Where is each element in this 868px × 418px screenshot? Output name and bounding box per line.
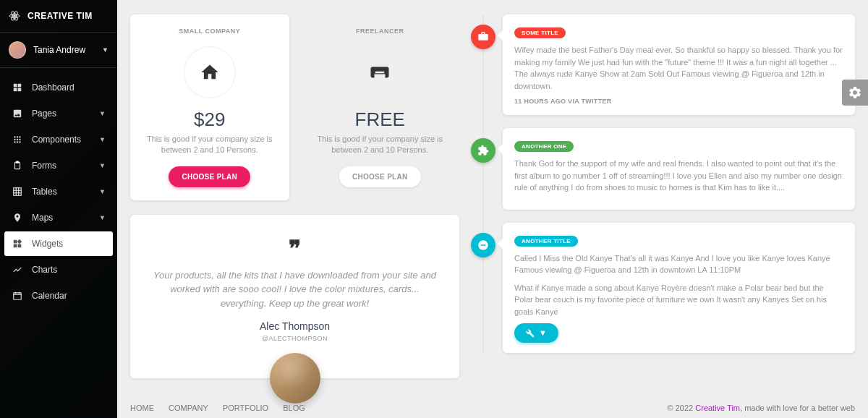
- nav-label: Pages: [32, 108, 56, 119]
- svg-rect-18: [16, 161, 19, 163]
- footer-brand-link[interactable]: Creative Tim: [695, 404, 740, 412]
- footer-links: HOMECOMPANYPORTFOLIOBLOG: [130, 404, 305, 412]
- testimonial-card: ❞ Your products, all the kits that I hav…: [130, 215, 459, 379]
- nav-label: Widgets: [32, 239, 63, 249]
- clipboard-icon: [12, 160, 23, 171]
- footer-link[interactable]: PORTFOLIO: [223, 404, 268, 412]
- svg-rect-24: [14, 240, 17, 244]
- pricing-card: FREELANCERFREEThis is good if your compa…: [301, 14, 460, 200]
- timeline-card: ANOTHER TITLECalled I Miss the Old Kanye…: [503, 223, 855, 354]
- timeline-pill: ANOTHER ONE: [514, 141, 574, 152]
- timeline-card: ANOTHER ONEThank God for the support of …: [503, 128, 855, 210]
- nav-item-calendar[interactable]: Calendar: [4, 283, 113, 308]
- svg-rect-26: [18, 244, 22, 248]
- apps-icon: [12, 134, 23, 145]
- nav-item-pages[interactable]: Pages▼: [4, 101, 113, 126]
- calendar-icon: [12, 290, 23, 302]
- testimonial-author: Alec Thompson: [152, 320, 438, 332]
- timeline-badge-icon: [471, 138, 495, 163]
- timeline-action-button[interactable]: ▼: [514, 323, 558, 343]
- svg-point-16: [19, 141, 20, 142]
- timeline-badge-icon: [471, 25, 495, 49]
- timeline-text: Wifey made the best Father's Day meal ev…: [514, 44, 843, 92]
- svg-rect-27: [17, 239, 22, 244]
- price: FREE: [311, 108, 450, 131]
- brand-logo[interactable]: CREATIVE TIM: [0, 0, 117, 33]
- nav-item-tables[interactable]: Tables▼: [4, 179, 113, 204]
- svg-rect-5: [18, 84, 22, 88]
- svg-point-8: [14, 136, 15, 137]
- timeline-text: What if Kanye made a song about Kanye Ro…: [514, 282, 843, 318]
- timeline-text: Called I Miss the Old Kanye That's all i…: [514, 252, 843, 276]
- timeline-pill: SOME TITLE: [514, 27, 566, 38]
- svg-rect-28: [14, 293, 22, 299]
- nav-item-widgets[interactable]: Widgets: [4, 231, 113, 256]
- footer-link[interactable]: BLOG: [283, 404, 305, 412]
- svg-point-0: [14, 15, 16, 17]
- svg-point-14: [14, 141, 15, 142]
- choose-plan-button[interactable]: CHOOSE PLAN: [339, 166, 421, 187]
- brand-text: CREATIVE TIM: [27, 11, 93, 21]
- chevron-down-icon: ▼: [99, 214, 106, 221]
- footer: HOMECOMPANYPORTFOLIOBLOG © 2022 Creative…: [130, 404, 855, 412]
- timeline-item: ANOTHER ONEThank God for the support of …: [503, 128, 855, 210]
- footer-link[interactable]: HOME: [130, 404, 154, 412]
- chevron-down-icon: ▼: [102, 46, 109, 54]
- footer-link[interactable]: COMPANY: [169, 404, 208, 412]
- svg-rect-7: [18, 88, 22, 92]
- svg-rect-25: [14, 244, 17, 248]
- settings-button[interactable]: [842, 80, 868, 106]
- svg-rect-6: [14, 88, 17, 92]
- testimonial-text: Your products, all the kits that I have …: [152, 268, 438, 311]
- price-desc: This is good if your company size is bet…: [140, 134, 279, 156]
- chevron-down-icon: ▼: [99, 136, 106, 143]
- price: $29: [140, 108, 279, 131]
- nav-label: Charts: [32, 265, 57, 275]
- svg-point-9: [17, 136, 18, 137]
- timeline-meta: 11 HOURS AGO VIA TWITTER: [514, 98, 843, 105]
- chevron-down-icon: ▼: [99, 188, 106, 195]
- sidebar: CREATIVE TIM Tania Andrew ▼ DashboardPag…: [0, 0, 117, 418]
- svg-point-15: [17, 141, 18, 142]
- timeline-item: SOME TITLEWifey made the best Father's D…: [503, 14, 855, 115]
- nav-label: Components: [32, 135, 81, 145]
- choose-plan-button[interactable]: CHOOSE PLAN: [169, 166, 250, 187]
- timeline-text: Thank God for the support of my wife and…: [514, 158, 843, 194]
- quote-icon: ❞: [152, 235, 438, 263]
- pricing-category: FREELANCER: [311, 27, 450, 35]
- svg-point-11: [14, 139, 15, 140]
- timeline-badge-icon: [471, 233, 495, 257]
- pricing-card: SMALL COMPANY$29This is good if your com…: [130, 14, 289, 200]
- pricing-icon: [184, 46, 236, 98]
- user-menu[interactable]: Tania Andrew ▼: [0, 33, 117, 68]
- price-desc: This is good if your company size is bet…: [311, 134, 450, 156]
- chevron-down-icon: ▼: [99, 162, 106, 169]
- nav-label: Forms: [32, 161, 56, 171]
- svg-point-12: [17, 139, 18, 140]
- timeline-pill: ANOTHER TITLE: [514, 236, 578, 247]
- nav-label: Maps: [32, 213, 53, 223]
- timeline: SOME TITLEWifey made the best Father's D…: [471, 14, 855, 353]
- timeline-card: SOME TITLEWifey made the best Father's D…: [503, 14, 855, 115]
- nav-item-forms[interactable]: Forms▼: [4, 153, 113, 178]
- nav-item-maps[interactable]: Maps▼: [4, 205, 113, 230]
- image-icon: [12, 108, 23, 119]
- nav-list: DashboardPages▼Components▼Forms▼Tables▼M…: [0, 68, 117, 315]
- svg-rect-19: [14, 188, 22, 196]
- svg-point-10: [19, 136, 20, 137]
- main-content: SMALL COMPANY$29This is good if your com…: [117, 0, 868, 418]
- nav-label: Dashboard: [32, 82, 75, 93]
- pricing-category: SMALL COMPANY: [140, 27, 279, 35]
- atom-icon: [9, 10, 20, 22]
- nav-item-charts[interactable]: Charts: [4, 257, 113, 282]
- nav-item-dashboard[interactable]: Dashboard: [4, 75, 113, 100]
- svg-point-13: [19, 139, 20, 140]
- grid-icon: [12, 186, 23, 197]
- nav-item-components[interactable]: Components▼: [4, 127, 113, 152]
- author-avatar-icon: [270, 353, 320, 404]
- nav-label: Tables: [32, 187, 57, 197]
- nav-label: Calendar: [32, 291, 67, 301]
- pricing-icon: [354, 46, 406, 98]
- dashboard-icon: [12, 82, 23, 93]
- chevron-down-icon: ▼: [99, 110, 106, 117]
